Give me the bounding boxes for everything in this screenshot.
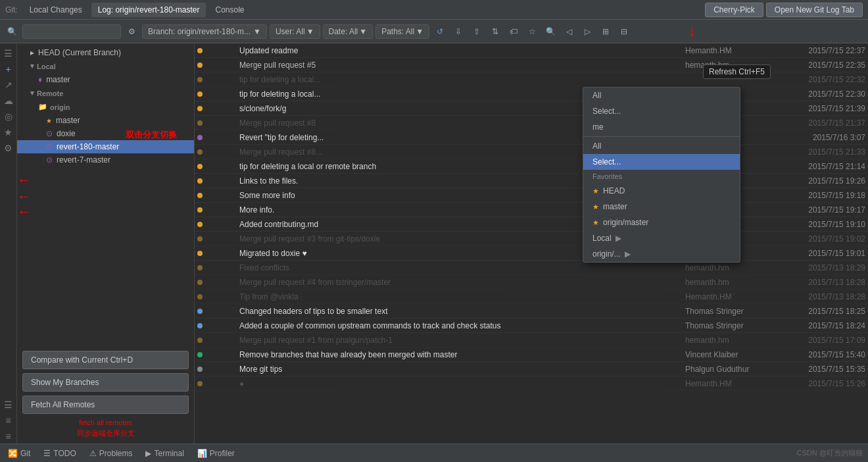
pull-icon[interactable]: ⇩ xyxy=(450,24,466,39)
commit-author: Vincent Klaiber xyxy=(685,350,777,359)
commit-date: 2015/7/15 21:39 xyxy=(780,104,865,113)
table-row[interactable]: Revert "tip for deleting...hemanth.hm201… xyxy=(195,130,868,145)
nav-icon-2[interactable]: + xyxy=(1,62,16,76)
sidebar-master-branch[interactable]: ♦ master xyxy=(17,73,194,86)
cherry-pick-button[interactable]: Cherry-Pick xyxy=(705,3,763,17)
table-row[interactable]: Added contributing.mdHemanth.HM2015/7/15… xyxy=(195,217,868,232)
sidebar-branch-revert-7[interactable]: ⊙ revert-7-master xyxy=(17,153,194,167)
dropdown-item-master-fav[interactable]: ★master xyxy=(583,199,740,215)
table-row[interactable]: Merge pull request #8...hemanth.hm2015/7… xyxy=(195,145,868,159)
commit-graph-cell xyxy=(197,106,237,111)
commit-author: Hemanth.HM xyxy=(685,46,777,55)
right-icon[interactable]: ▷ xyxy=(579,24,595,39)
star-master-icon: ★ xyxy=(592,203,599,211)
tab-console[interactable]: Console xyxy=(208,3,251,17)
status-todo[interactable]: ☰ TODO xyxy=(41,448,78,459)
dropdown-item-select-2[interactable]: Select... xyxy=(583,154,740,170)
branch-master-label: master xyxy=(56,116,80,125)
nav-icon-1[interactable]: ☰ xyxy=(1,46,16,61)
status-profiler[interactable]: 📊 Profiler xyxy=(195,448,237,459)
status-problems[interactable]: ⚠ Problems xyxy=(87,448,135,459)
tab-local-changes[interactable]: Local Changes xyxy=(23,3,89,17)
sidebar-origin-folder[interactable]: 📁 origin xyxy=(17,100,194,114)
sidebar: ▸ HEAD (Current Branch) ▾ Local ♦ master… xyxy=(17,43,195,444)
table-row[interactable]: More git tipsPhalgun Guduthur2015/7/15 1… xyxy=(195,362,868,376)
user-dropdown-menu[interactable]: All Select... me All Select... Favorites… xyxy=(583,87,740,263)
find-icon[interactable]: 🔍 xyxy=(542,24,558,39)
table-row[interactable]: Some more infoHemanth.HM2015/7/15 19:18 xyxy=(195,188,868,203)
dropdown-item-select[interactable]: Select... xyxy=(583,103,740,119)
left-icon[interactable]: ◁ xyxy=(561,24,577,39)
nav-icon-8[interactable]: ≡ xyxy=(1,413,16,428)
sidebar-branch-revert-180[interactable]: ⊙ revert-180-master xyxy=(17,140,194,153)
commit-graph-cell xyxy=(197,178,237,184)
table-row[interactable]: Merge pull request #3 from git-tips/doxi… xyxy=(195,232,868,246)
nav-icon-history[interactable]: ☰ xyxy=(1,398,16,412)
table-row[interactable]: Remove branches that have already been m… xyxy=(195,347,868,362)
table-row[interactable]: ●Hemanth.HM2015/7/15 15:26 xyxy=(195,376,868,391)
settings-icon[interactable]: ⚙ xyxy=(124,24,139,39)
table-row[interactable]: More info.Hemanth.HM2015/7/15 19:17 xyxy=(195,203,868,217)
sidebar-branch-doxie[interactable]: ⊙ doxie xyxy=(17,127,194,140)
nav-icon-6[interactable]: ★ xyxy=(1,125,16,140)
dropdown-item-local[interactable]: Local ▶ xyxy=(583,230,740,246)
search-input[interactable] xyxy=(22,24,121,39)
refresh-icon[interactable]: ↺ xyxy=(432,24,448,39)
nav-icon-9[interactable]: ≡ xyxy=(1,429,16,444)
table-row[interactable]: Tip from @vinklaHemanth.HM2015/7/13 18:2… xyxy=(195,290,868,304)
commit-date: 2015/7/15 18:25 xyxy=(780,307,865,316)
push-icon[interactable]: ⇧ xyxy=(469,24,485,39)
open-log-button[interactable]: Open New Git Log Tab xyxy=(766,3,863,17)
merge-icon[interactable]: ⇅ xyxy=(487,24,503,39)
terminal-label: Terminal xyxy=(154,449,183,458)
dropdown-item-origin-sub[interactable]: origin/... ▶ xyxy=(583,246,740,262)
fetch-all-remotes-button[interactable]: Fetch All Remotes xyxy=(22,396,189,414)
status-git[interactable]: 🔀 Git xyxy=(5,448,33,459)
bookmark-icon[interactable]: ☆ xyxy=(524,24,540,39)
tag-icon[interactable]: 🏷 xyxy=(506,24,521,39)
dropdown-item-me[interactable]: me xyxy=(583,119,740,135)
branch-selector[interactable]: Branch: origin/revert-180-m... ▼ xyxy=(142,24,267,39)
table-row[interactable]: Changed headers of tips to be smaller te… xyxy=(195,304,868,319)
nav-icon-3[interactable]: ↗ xyxy=(1,78,16,92)
commit-author: hemanth.hm xyxy=(685,336,777,345)
status-terminal[interactable]: ▶ Terminal xyxy=(143,448,186,459)
dropdown-item-origin-master-fav[interactable]: ★origin/master xyxy=(583,215,740,230)
nav-icon-5[interactable]: ◎ xyxy=(1,109,16,124)
filter2-icon[interactable]: ⊟ xyxy=(616,24,632,39)
dropdown-item-all-top[interactable]: All xyxy=(583,88,740,103)
table-row[interactable]: Added a couple of common upstream comman… xyxy=(195,319,868,333)
commit-author: Thomas Stringer xyxy=(685,307,777,316)
table-row[interactable]: Fixed conflictshemanth.hm2015/7/13 18:29 xyxy=(195,261,868,275)
table-row[interactable]: s/clone/fork/ghemanth.hm2015/7/15 21:39 xyxy=(195,101,868,116)
table-row[interactable]: Migrated to doxie ♥🏷 origin/doxieHemanth… xyxy=(195,246,868,261)
commit-dot xyxy=(197,48,203,53)
nav-icon-7[interactable]: ⚙ xyxy=(1,141,16,155)
table-row[interactable]: tip for deleting a local...Anchal2015/7/… xyxy=(195,87,868,101)
nav-icon-4[interactable]: ☁ xyxy=(1,93,16,108)
table-row[interactable]: Links to the files.hemanth.hm2015/7/15 1… xyxy=(195,174,868,188)
table-row[interactable]: Merge pull request #4 from tstringer/mas… xyxy=(195,275,868,290)
commit-dot xyxy=(197,193,203,198)
commit-dot xyxy=(197,323,203,328)
tab-log[interactable]: Log: origin/revert-180-master xyxy=(91,3,206,17)
commit-graph-cell xyxy=(197,48,237,53)
commit-graph-cell xyxy=(197,280,237,285)
date-filter[interactable]: Date: All▼ xyxy=(323,24,374,39)
dropdown-item-all-2[interactable]: All xyxy=(583,138,740,154)
table-row[interactable]: Merge pull request #8hemanth.hm2015/7/15… xyxy=(195,116,868,130)
compare-button[interactable]: Compare with Current Ctrl+D xyxy=(22,351,189,369)
table-row[interactable]: Updated readmeHemanth.HM2015/7/15 22:37 xyxy=(195,43,868,58)
table-row[interactable]: tip for deleting a local or remote branc… xyxy=(195,159,868,174)
sidebar-branch-master[interactable]: ★ master xyxy=(17,114,194,127)
layout-icon[interactable]: ⊞ xyxy=(598,24,614,39)
sidebar-head-branch[interactable]: ▸ HEAD (Current Branch) xyxy=(17,46,194,59)
dropdown-item-head[interactable]: ★HEAD xyxy=(583,183,740,199)
search-icon[interactable]: 🔍 xyxy=(4,24,20,39)
user-filter[interactable]: User: All▼ xyxy=(270,24,320,39)
table-row[interactable]: Merge pull request #1 from phalgun/patch… xyxy=(195,333,868,347)
dropdown-divider-1 xyxy=(583,136,740,137)
branch-revert180-label: revert-180-master xyxy=(57,142,119,151)
paths-filter[interactable]: Paths: All▼ xyxy=(375,24,429,39)
show-my-branches-button[interactable]: Show My Branches xyxy=(22,373,189,392)
